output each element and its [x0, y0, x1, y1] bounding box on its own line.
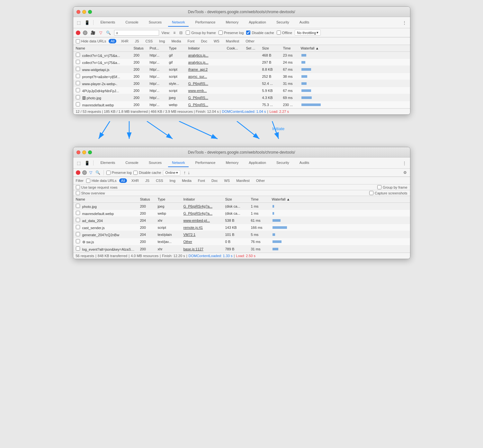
filter-icon-2[interactable]: ▽ — [89, 170, 93, 175]
filter-font[interactable]: Font — [185, 39, 196, 43]
hide-data-urls-checkbox-2[interactable] — [86, 179, 90, 183]
detail-view-icon[interactable]: ⊟ — [179, 30, 183, 36]
maximize-button[interactable] — [88, 10, 92, 14]
cell-initiator[interactable]: G_P6rpRS... — [186, 101, 224, 108]
filter-font-2[interactable]: Font — [196, 178, 207, 183]
filter-doc-2[interactable]: Doc — [210, 178, 220, 183]
row-checkbox[interactable] — [76, 239, 80, 243]
search-icon-2[interactable]: 🔍 — [95, 170, 101, 175]
row-checkbox[interactable] — [76, 88, 80, 92]
filter-css[interactable]: CSS — [143, 39, 155, 43]
filter-xhr[interactable]: XHR — [119, 39, 130, 43]
table-row[interactable]: 🖼 photo.jpg 200 http/... jpeg G_P6rpRS..… — [73, 94, 410, 101]
capture-screenshots-checkbox[interactable] — [369, 191, 373, 195]
offline-checkbox[interactable] — [277, 31, 281, 35]
record-button-2[interactable] — [76, 170, 80, 175]
filter-all-2[interactable]: All — [119, 178, 127, 183]
filter-ws-2[interactable]: WS — [222, 178, 232, 183]
tab-console[interactable]: Console — [121, 18, 142, 27]
tab-security[interactable]: Security — [273, 18, 293, 27]
tab-network-2[interactable]: Network — [168, 159, 189, 167]
hide-data-urls-label[interactable]: Hide data URLs — [76, 39, 106, 43]
table-row[interactable]: www-widgetapi.js 200 http/... script ifr… — [73, 66, 410, 73]
filter-xhr-2[interactable]: XHR — [130, 178, 141, 183]
more-options-icon-2[interactable]: ⋮ — [402, 160, 407, 166]
camera-icon[interactable]: 🎥 — [90, 30, 96, 36]
group-by-frame-label-2[interactable]: Group by frame — [377, 185, 407, 189]
table-row[interactable]: log_event?alt=json&key=AlzaSyA... 200 xh… — [73, 246, 410, 253]
tab-audits[interactable]: Audits — [296, 18, 313, 27]
cell-initiator[interactable]: Other — [181, 238, 223, 246]
filter-media-2[interactable]: Media — [180, 178, 193, 183]
maximize-button-2[interactable] — [88, 150, 92, 154]
disable-cache-label[interactable]: Disable cache — [246, 31, 274, 35]
row-checkbox[interactable] — [76, 102, 80, 106]
cell-initiator[interactable]: analytics.js... — [186, 59, 224, 66]
use-large-rows-label[interactable]: Use large request rows — [76, 185, 118, 189]
search-icon[interactable]: 🔍 — [105, 30, 112, 36]
preserve-log-checkbox-2[interactable] — [106, 171, 111, 175]
upload-icon[interactable]: ↑ — [183, 170, 186, 175]
filter-css-2[interactable]: CSS — [154, 178, 165, 183]
row-checkbox[interactable] — [76, 60, 80, 64]
group-by-frame-label[interactable]: Group by frame — [186, 31, 216, 35]
row-checkbox[interactable] — [76, 67, 80, 71]
filter-img[interactable]: Img — [157, 39, 167, 43]
tab-security-2[interactable]: Security — [273, 159, 293, 167]
tab-audits-2[interactable]: Audits — [296, 159, 313, 167]
stop-recording-button[interactable] — [83, 31, 87, 35]
more-options-icon[interactable]: ⋮ — [402, 20, 407, 25]
throttling-dropdown[interactable]: No throttling ▾ — [295, 30, 321, 36]
cell-initiator[interactable]: www-emb... — [186, 87, 224, 94]
cell-initiator[interactable]: G_P6rpRSr4g?a... — [181, 210, 223, 217]
cell-initiator[interactable]: VM72:1 — [181, 231, 223, 238]
preserve-log-checkbox[interactable] — [219, 31, 223, 35]
cell-initiator[interactable]: async_sur... — [186, 73, 224, 80]
table-row[interactable]: ⚙ sw.js 200 text/jav... Other 0 B 76 ms — [73, 238, 410, 246]
row-checkbox[interactable] — [76, 81, 80, 85]
filter-all[interactable]: All — [109, 39, 116, 43]
minimize-button-2[interactable] — [82, 150, 86, 154]
list-view-icon[interactable]: ≡ — [173, 30, 176, 36]
filter-ws[interactable]: WS — [212, 39, 221, 43]
tab-elements-2[interactable]: Elements — [97, 159, 119, 167]
device-icon-2[interactable]: 📱 — [84, 160, 90, 166]
offline-label[interactable]: Offline — [277, 31, 292, 35]
tab-sources-2[interactable]: Sources — [145, 159, 165, 167]
capture-screenshots-label[interactable]: Capture screenshots — [369, 191, 407, 195]
download-icon[interactable]: ↓ — [188, 170, 190, 175]
group-by-frame-checkbox[interactable] — [186, 31, 190, 35]
inspect-icon[interactable]: ⬚ — [76, 20, 82, 25]
tab-sources[interactable]: Sources — [145, 18, 165, 27]
table-row[interactable]: cast_sender.js 200 script remote.js:41 1… — [73, 224, 410, 231]
row-checkbox[interactable] — [76, 74, 80, 78]
filter-other[interactable]: Other — [244, 39, 256, 43]
close-button[interactable] — [76, 10, 80, 14]
row-checkbox[interactable] — [76, 246, 80, 251]
table-row[interactable]: www-player-2x-webp-. 200 http/... style.… — [73, 80, 410, 87]
tab-application[interactable]: Application — [245, 18, 270, 27]
hide-data-urls-label-2[interactable]: Hide data URLs — [86, 179, 117, 183]
row-checkbox[interactable] — [76, 211, 80, 215]
stop-recording-button-2[interactable] — [82, 170, 87, 175]
show-overview-checkbox[interactable] — [76, 191, 80, 195]
filter-manifest-2[interactable]: Manifest — [234, 178, 252, 183]
settings-icon[interactable]: ⚙ — [403, 170, 407, 175]
table-row[interactable]: photo.jpg 200 jpeg G_P6rpRSr4g?a... (dis… — [73, 203, 410, 210]
tab-performance[interactable]: Performance — [191, 18, 219, 27]
group-by-frame-checkbox-2[interactable] — [377, 185, 381, 189]
table-row[interactable]: prompt?t=a&site=ylj5if... 200 http/... s… — [73, 73, 410, 80]
show-overview-label[interactable]: Show overview — [76, 191, 105, 195]
table-row[interactable]: 4PUpJpDdHqrNlnFpJ... 200 http/... script… — [73, 87, 410, 94]
row-checkbox[interactable] — [76, 218, 80, 222]
cell-initiator[interactable]: remote.js:41 — [181, 224, 223, 231]
cell-initiator[interactable]: G_P6rpRSr4g?a... — [181, 203, 223, 210]
minimize-button[interactable] — [82, 10, 86, 14]
row-checkbox[interactable] — [76, 95, 80, 99]
row-checkbox[interactable] — [76, 232, 80, 236]
filter-manifest[interactable]: Manifest — [224, 39, 241, 43]
tab-memory-2[interactable]: Memory — [222, 159, 242, 167]
filter-img-2[interactable]: Img — [168, 178, 177, 183]
tab-elements[interactable]: Elements — [97, 18, 119, 27]
row-checkbox[interactable] — [76, 204, 80, 208]
